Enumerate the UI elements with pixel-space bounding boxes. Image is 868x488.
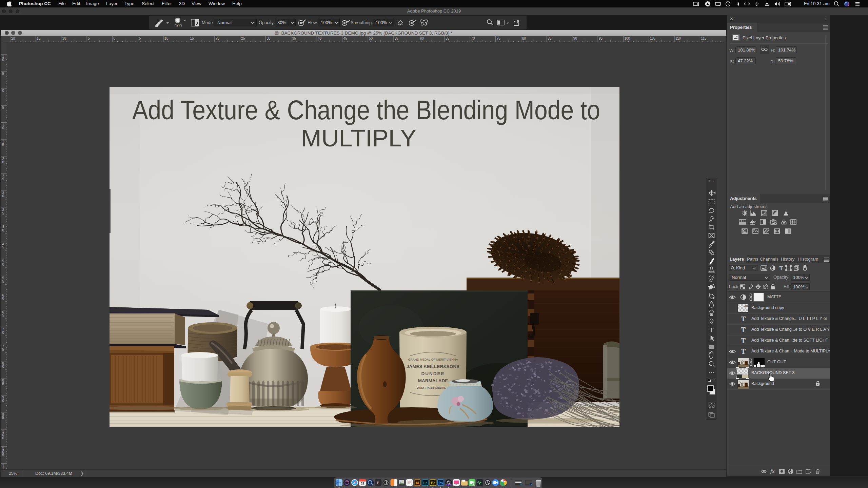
svg-text:90: 90 — [573, 37, 577, 40]
svg-text:20: 20 — [11, 37, 15, 40]
svg-text:5: 5 — [139, 37, 141, 40]
svg-text:MARMALADE: MARMALADE — [418, 378, 448, 383]
svg-text:35: 35 — [292, 37, 296, 40]
svg-text:110: 110 — [675, 37, 681, 40]
svg-text:0: 0 — [2, 365, 4, 368]
svg-text:5: 5 — [2, 313, 4, 317]
svg-text:5: 5 — [2, 416, 4, 420]
svg-text:Br: Br — [431, 481, 435, 485]
svg-text:5: 5 — [2, 245, 4, 249]
svg-text:0: 0 — [2, 228, 4, 232]
svg-text:0: 0 — [2, 160, 4, 164]
svg-text:5: 5 — [2, 280, 4, 283]
svg-text:100: 100 — [624, 37, 630, 40]
svg-text:DUNDEE: DUNDEE — [421, 371, 445, 376]
svg-text:5: 5 — [2, 106, 4, 109]
svg-text:45: 45 — [343, 37, 348, 40]
svg-text:60: 60 — [420, 37, 424, 40]
svg-text:Ai: Ai — [415, 481, 419, 485]
svg-text:0: 0 — [2, 297, 4, 300]
svg-text:5: 5 — [2, 211, 4, 215]
svg-text:55: 55 — [394, 37, 398, 40]
svg-text:5: 5 — [2, 382, 4, 386]
svg-text:GRAND MEDAL OF MERIT VIENNA: GRAND MEDAL OF MERIT VIENNA — [408, 358, 458, 361]
svg-text:5: 5 — [2, 72, 4, 76]
svg-text:105: 105 — [650, 37, 656, 40]
svg-text:5: 5 — [88, 37, 90, 40]
svg-text:0: 0 — [2, 58, 4, 62]
svg-text:95: 95 — [599, 37, 603, 40]
svg-text:T: T — [710, 326, 714, 333]
svg-text:0: 0 — [2, 399, 4, 403]
svg-text:0: 0 — [2, 126, 4, 130]
svg-text:65: 65 — [446, 37, 450, 40]
svg-text:T: T — [779, 265, 783, 271]
svg-text:×: × — [708, 179, 710, 183]
svg-text:70: 70 — [471, 37, 475, 40]
svg-text:fx: fx — [770, 468, 775, 474]
svg-text:5: 5 — [2, 453, 4, 457]
svg-text:0: 0 — [2, 263, 4, 266]
svg-text:Ps: Ps — [530, 484, 532, 486]
svg-text:Lr: Lr — [423, 481, 427, 485]
svg-text:15: 15 — [190, 37, 194, 40]
svg-text:50: 50 — [369, 37, 373, 40]
svg-text:40: 40 — [318, 37, 322, 40]
svg-text:»: » — [713, 180, 714, 183]
svg-text:ONLY PRIZE MEDAL VI: ONLY PRIZE MEDAL VI — [417, 386, 450, 389]
svg-text:25: 25 — [241, 37, 245, 40]
svg-text:75: 75 — [497, 37, 501, 40]
svg-text:23: 23 — [361, 482, 365, 486]
svg-text:F: F — [377, 480, 379, 485]
svg-text:80: 80 — [522, 37, 526, 40]
svg-text:JAMES KEILLER&SONS: JAMES KEILLER&SONS — [407, 364, 459, 369]
svg-text:0: 0 — [2, 194, 4, 198]
svg-text:10: 10 — [164, 37, 169, 40]
svg-text:10: 10 — [62, 37, 66, 40]
svg-text:0: 0 — [2, 89, 4, 93]
svg-text:0: 0 — [113, 37, 115, 40]
svg-text:Add Texture & Change the Blend: Add Texture & Change the Blending Mode t… — [132, 95, 600, 125]
svg-text:5: 5 — [2, 177, 4, 181]
svg-text:30: 30 — [267, 37, 271, 40]
svg-text:85: 85 — [548, 37, 552, 40]
svg-text:1: 1 — [2, 467, 4, 469]
svg-text:MULTIPLY: MULTIPLY — [301, 125, 416, 151]
svg-text:115: 115 — [701, 37, 706, 40]
svg-text:0: 0 — [2, 436, 4, 440]
svg-text:5: 5 — [2, 348, 4, 351]
svg-text:0: 0 — [2, 331, 4, 334]
svg-text:Ps: Ps — [438, 481, 443, 485]
svg-text:20: 20 — [216, 37, 220, 40]
svg-text:5: 5 — [2, 143, 4, 147]
svg-text:15: 15 — [37, 37, 41, 40]
